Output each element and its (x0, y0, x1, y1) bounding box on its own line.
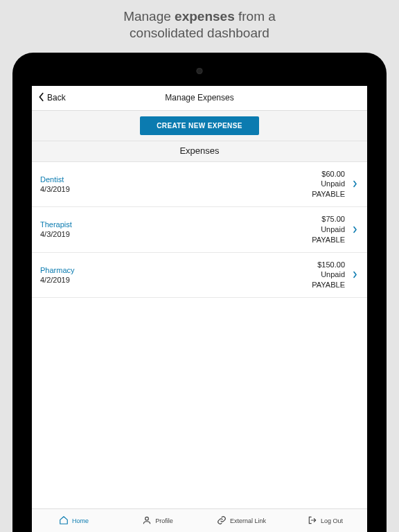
logout-icon (308, 515, 317, 526)
link-icon (217, 515, 227, 526)
expense-status: Unpaid (312, 269, 345, 280)
tab-home[interactable]: Home (32, 509, 116, 532)
expense-left: Therapist 4/3/2019 (40, 220, 312, 238)
expense-substatus: PAYABLE (312, 280, 345, 290)
tablet-camera (197, 68, 203, 74)
expense-right: $60.00 Unpaid PAYABLE (312, 169, 345, 200)
tab-label: External Link (230, 517, 266, 524)
chevron-right-icon (349, 226, 360, 233)
expense-date: 4/3/2019 (40, 185, 312, 193)
tab-logout[interactable]: Log Out (283, 509, 367, 532)
expense-right: $150.00 Unpaid PAYABLE (312, 260, 345, 291)
create-bar: CREATE NEW EXPENSE (32, 111, 367, 141)
app-screen: Back Manage Expenses CREATE NEW EXPENSE … (32, 86, 367, 533)
expense-row[interactable]: Therapist 4/3/2019 $75.00 Unpaid PAYABLE (32, 207, 367, 253)
expense-date: 4/2/2019 (40, 276, 312, 284)
expense-row[interactable]: Pharmacy 4/2/2019 $150.00 Unpaid PAYABLE (32, 253, 367, 299)
expense-status: Unpaid (312, 224, 345, 235)
svg-point-0 (145, 517, 149, 520)
expense-title: Dentist (40, 175, 312, 184)
expense-title: Therapist (40, 220, 312, 229)
expense-status: Unpaid (312, 179, 345, 189)
profile-icon (142, 515, 152, 526)
chevron-right-icon (349, 180, 360, 188)
expense-substatus: PAYABLE (312, 235, 345, 245)
expense-substatus: PAYABLE (312, 189, 345, 200)
section-header-expenses: Expenses (32, 141, 367, 162)
tab-external-link[interactable]: External Link (200, 509, 283, 532)
tab-profile[interactable]: Profile (116, 509, 200, 532)
chevron-right-icon (349, 271, 360, 278)
expense-list: Dentist 4/3/2019 $60.00 Unpaid PAYABLE T… (32, 162, 367, 299)
tab-label: Home (72, 517, 89, 524)
expense-right: $75.00 Unpaid PAYABLE (312, 214, 345, 245)
back-button[interactable]: Back (37, 86, 66, 110)
expense-amount: $150.00 (312, 260, 345, 270)
expense-amount: $60.00 (312, 169, 345, 179)
tablet-frame: Back Manage Expenses CREATE NEW EXPENSE … (12, 53, 387, 533)
tab-label: Log Out (321, 517, 343, 524)
chevron-left-icon (37, 92, 46, 104)
navbar: Back Manage Expenses (32, 86, 367, 111)
home-icon (59, 515, 69, 526)
expense-row[interactable]: Dentist 4/3/2019 $60.00 Unpaid PAYABLE (32, 162, 367, 208)
screen-body: Dentist 4/3/2019 $60.00 Unpaid PAYABLE T… (32, 162, 367, 509)
marketing-caption: Manage expenses from a consolidated dash… (123, 8, 276, 42)
expense-left: Pharmacy 4/2/2019 (40, 266, 312, 284)
expense-title: Pharmacy (40, 266, 312, 274)
expense-date: 4/3/2019 (40, 230, 312, 238)
create-new-expense-button[interactable]: CREATE NEW EXPENSE (140, 116, 259, 135)
back-label: Back (47, 93, 66, 103)
expense-left: Dentist 4/3/2019 (40, 175, 312, 193)
page-title: Manage Expenses (165, 93, 233, 103)
expense-amount: $75.00 (312, 214, 345, 224)
tabbar: Home Profile External Link Log Out (32, 508, 367, 532)
tab-label: Profile (155, 517, 173, 524)
